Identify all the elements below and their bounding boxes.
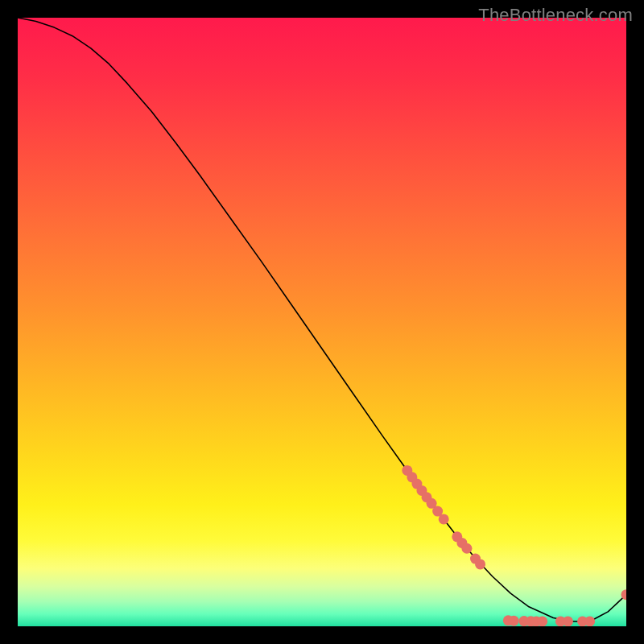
- marker-dot: [584, 616, 595, 626]
- plot-area: [18, 18, 626, 626]
- chart-frame: TheBottleneck.com: [0, 0, 644, 644]
- marker-dot: [475, 559, 485, 569]
- gradient-background: [18, 18, 626, 626]
- marker-dot: [439, 514, 449, 524]
- chart-svg: [18, 18, 626, 626]
- marker-dot: [509, 616, 519, 626]
- marker-dot: [537, 616, 547, 626]
- marker-dot: [563, 616, 573, 626]
- watermark-text: TheBottleneck.com: [478, 5, 633, 26]
- marker-dot: [461, 543, 472, 554]
